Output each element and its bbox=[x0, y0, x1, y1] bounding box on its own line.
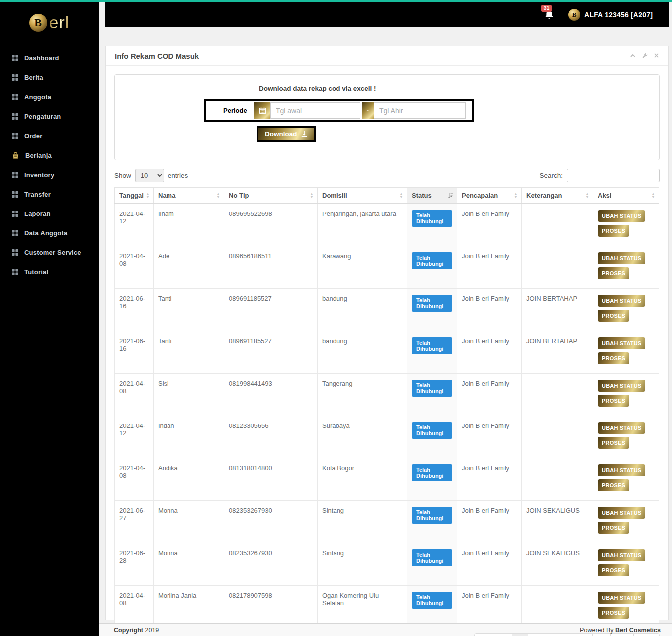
wrench-icon[interactable] bbox=[642, 53, 648, 59]
tgl-awal-input[interactable] bbox=[270, 102, 360, 119]
cell-status: Telah Dihubungi bbox=[407, 374, 457, 416]
proses-button[interactable]: PROSES bbox=[598, 395, 629, 407]
cell-aksi: UBAH STATUSPROSES bbox=[593, 374, 659, 416]
proses-button[interactable]: PROSES bbox=[598, 564, 629, 576]
proses-button[interactable]: PROSES bbox=[598, 310, 629, 322]
proses-button[interactable]: PROSES bbox=[598, 437, 629, 449]
cell-aksi: UBAH STATUSPROSES bbox=[593, 586, 659, 628]
ubah-status-button[interactable]: UBAH STATUS bbox=[598, 464, 645, 476]
column-header-status[interactable]: Status bbox=[407, 188, 457, 204]
brand-logo-text: erl bbox=[49, 13, 70, 32]
table-row: 2021-04-08Morlina Jania082178907598Ogan … bbox=[115, 586, 659, 628]
cell-tanggal: 2021-04-08 bbox=[115, 458, 154, 501]
status-badge[interactable]: Telah Dihubungi bbox=[412, 464, 452, 481]
collapse-icon[interactable] bbox=[630, 53, 636, 59]
cell-nama: Tanti bbox=[154, 331, 224, 374]
sort-active-icon bbox=[447, 193, 453, 199]
page-length-select[interactable]: 10 bbox=[135, 169, 164, 182]
sidebar-item-berlanja[interactable]: Berlanja bbox=[0, 146, 99, 165]
brand-logo[interactable]: B erl bbox=[0, 2, 99, 41]
sidebar-item-anggota[interactable]: Anggota bbox=[0, 87, 99, 107]
sidebar-item-label: Pengaturan bbox=[24, 113, 61, 120]
ubah-status-button[interactable]: UBAH STATUS bbox=[598, 295, 645, 307]
ubah-status-button[interactable]: UBAH STATUS bbox=[598, 422, 645, 434]
status-badge[interactable]: Telah Dihubungi bbox=[412, 422, 452, 439]
cell-domisili: Penjaringan, jakarta utara bbox=[318, 204, 407, 246]
ubah-status-button[interactable]: UBAH STATUS bbox=[598, 380, 645, 392]
sidebar-item-berita[interactable]: Berita bbox=[0, 68, 99, 87]
ubah-status-button[interactable]: UBAH STATUS bbox=[598, 507, 645, 519]
cell-keterangan: JOIN SEKALIGUS bbox=[522, 501, 593, 543]
grid-icon bbox=[12, 249, 18, 256]
proses-button[interactable]: PROSES bbox=[598, 522, 629, 534]
search-input[interactable] bbox=[567, 169, 660, 182]
cell-domisili: bandung bbox=[318, 289, 407, 331]
cell-keterangan bbox=[522, 458, 593, 501]
proses-button[interactable]: PROSES bbox=[598, 225, 629, 237]
top-accent-bar bbox=[0, 0, 672, 2]
page: B erl DashboardBeritaAnggotaPengaturanOr… bbox=[0, 0, 672, 636]
sidebar-item-label: Data Anggota bbox=[24, 229, 67, 237]
sidebar-item-tutorial[interactable]: Tutorial bbox=[0, 262, 99, 282]
status-badge[interactable]: Telah Dihubungi bbox=[412, 252, 452, 269]
ubah-status-button[interactable]: UBAH STATUS bbox=[598, 337, 645, 349]
column-header-domisili[interactable]: Domisili▲▼ bbox=[318, 188, 407, 204]
sidebar-item-inventory[interactable]: Inventory bbox=[0, 165, 99, 185]
cell-tanggal: 2021-06-16 bbox=[115, 331, 154, 374]
status-badge[interactable]: Telah Dihubungi bbox=[412, 295, 452, 312]
status-badge[interactable]: Telah Dihubungi bbox=[412, 592, 452, 609]
sidebar-item-data-anggota[interactable]: Data Anggota bbox=[0, 223, 99, 243]
status-badge[interactable]: Telah Dihubungi bbox=[412, 337, 452, 354]
cell-keterangan bbox=[522, 586, 593, 628]
column-header-no-tlp[interactable]: No Tlp▲▼ bbox=[224, 188, 318, 204]
proses-button[interactable]: PROSES bbox=[598, 352, 629, 364]
pagination-page-1[interactable]: 1 bbox=[512, 633, 528, 636]
cell-status: Telah Dihubungi bbox=[407, 458, 457, 501]
cell-tanggal: 2021-06-27 bbox=[115, 501, 154, 543]
column-header-nama[interactable]: Nama▲▼ bbox=[154, 188, 224, 204]
sidebar-item-laporan[interactable]: Laporan bbox=[0, 204, 99, 223]
ubah-status-button[interactable]: UBAH STATUS bbox=[598, 592, 645, 604]
cell-aksi: UBAH STATUSPROSES bbox=[593, 289, 659, 331]
cell-tanggal: 2021-04-08 bbox=[115, 246, 154, 289]
proses-button[interactable]: PROSES bbox=[598, 479, 629, 491]
proses-button[interactable]: PROSES bbox=[598, 607, 629, 619]
column-header-pencapaian[interactable]: Pencapaian▲▼ bbox=[457, 188, 522, 204]
cell-domisili: Sintang bbox=[318, 543, 407, 586]
status-badge[interactable]: Telah Dihubungi bbox=[412, 549, 452, 566]
column-header-aksi[interactable]: Aksi▲▼ bbox=[593, 188, 659, 204]
column-header-tanggal[interactable]: Tanggal▲▼ bbox=[115, 188, 154, 204]
sidebar-item-pengaturan[interactable]: Pengaturan bbox=[0, 107, 99, 126]
sidebar-item-customer-service[interactable]: Customer Service bbox=[0, 243, 99, 262]
status-badge[interactable]: Telah Dihubungi bbox=[412, 380, 452, 397]
status-badge[interactable]: Telah Dihubungi bbox=[412, 507, 452, 524]
tgl-ahir-input[interactable] bbox=[374, 102, 466, 119]
status-badge[interactable]: Telah Dihubungi bbox=[412, 210, 452, 227]
proses-button[interactable]: PROSES bbox=[598, 267, 629, 279]
cell-keterangan: JOIN SEKALIGUS bbox=[522, 543, 593, 586]
column-header-label: Nama bbox=[158, 192, 175, 199]
sidebar-item-order[interactable]: Order bbox=[0, 126, 99, 146]
periode-box: Periode bbox=[204, 99, 474, 122]
sidebar-item-transfer[interactable]: Transfer bbox=[0, 185, 99, 204]
pagination-page-3[interactable]: 3 bbox=[544, 633, 560, 636]
cell-nama: Ilham bbox=[154, 204, 224, 246]
notifications-button[interactable]: 31 bbox=[544, 9, 555, 21]
pagination-previous[interactable]: Previous bbox=[474, 633, 512, 636]
sidebar-item-dashboard[interactable]: Dashboard bbox=[0, 48, 99, 68]
ubah-status-button[interactable]: UBAH STATUS bbox=[598, 549, 645, 561]
ubah-status-button[interactable]: UBAH STATUS bbox=[598, 210, 645, 222]
pagination-page-2[interactable]: 2 bbox=[528, 633, 544, 636]
pagination-page-4[interactable]: 4 bbox=[560, 633, 576, 636]
download-button[interactable]: Download bbox=[257, 126, 316, 142]
cell-no-tlp: 082353267930 bbox=[224, 543, 318, 586]
user-menu[interactable]: B ALFA 123456 [A207] bbox=[568, 9, 653, 21]
sidebar-item-label: Laporan bbox=[24, 210, 51, 217]
ubah-status-button[interactable]: UBAH STATUS bbox=[598, 252, 645, 264]
cell-aksi: UBAH STATUSPROSES bbox=[593, 458, 659, 501]
cell-status: Telah Dihubungi bbox=[407, 586, 457, 628]
cell-nama: Ade bbox=[154, 246, 224, 289]
close-icon[interactable] bbox=[654, 53, 659, 59]
cell-domisili: Kota Bogor bbox=[318, 458, 407, 501]
column-header-keterangan[interactable]: Keterangan▲▼ bbox=[522, 188, 593, 204]
